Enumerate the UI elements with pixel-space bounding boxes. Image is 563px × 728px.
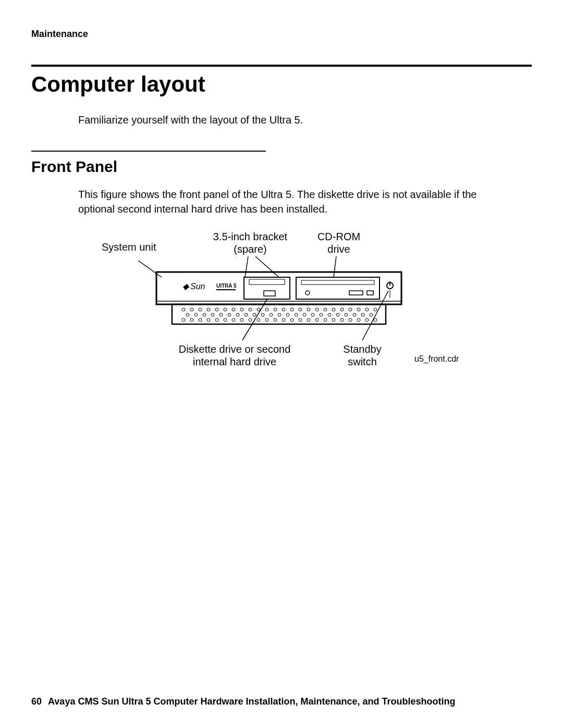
svg-point-38 bbox=[315, 308, 319, 311]
svg-point-44 bbox=[365, 308, 369, 311]
svg-point-26 bbox=[215, 308, 218, 311]
svg-point-15 bbox=[305, 291, 310, 295]
svg-point-41 bbox=[340, 308, 344, 311]
front-panel-figure: System unit 3.5-inch bracket (spare) CD-… bbox=[99, 229, 474, 386]
svg-point-39 bbox=[324, 308, 327, 311]
svg-point-57 bbox=[278, 313, 281, 316]
svg-point-79 bbox=[265, 318, 268, 322]
svg-line-0 bbox=[138, 261, 162, 277]
svg-point-49 bbox=[211, 313, 214, 316]
svg-line-2 bbox=[255, 256, 279, 277]
svg-rect-14 bbox=[301, 280, 374, 285]
svg-point-53 bbox=[244, 313, 248, 316]
page-title: Computer layout bbox=[31, 72, 532, 97]
svg-point-69 bbox=[182, 318, 185, 322]
svg-point-28 bbox=[232, 308, 235, 311]
svg-point-83 bbox=[299, 318, 302, 322]
svg-point-73 bbox=[215, 318, 218, 322]
svg-point-50 bbox=[219, 313, 223, 316]
svg-point-82 bbox=[290, 318, 293, 322]
svg-point-55 bbox=[261, 313, 264, 316]
front-panel-svg: ◆ Sun UITRA 5 bbox=[99, 229, 474, 386]
svg-point-52 bbox=[236, 313, 239, 316]
subsection-title: Front Panel bbox=[31, 158, 532, 176]
svg-point-24 bbox=[199, 308, 202, 311]
body-paragraph: This figure shows the front panel of the… bbox=[78, 187, 485, 216]
svg-point-75 bbox=[232, 318, 235, 322]
svg-point-92 bbox=[374, 318, 377, 322]
svg-point-43 bbox=[357, 308, 360, 311]
svg-line-3 bbox=[334, 256, 336, 277]
svg-point-40 bbox=[332, 308, 335, 311]
svg-text:◆: ◆ bbox=[182, 282, 190, 291]
header-section-label: Maintenance bbox=[31, 29, 532, 40]
svg-point-74 bbox=[224, 318, 227, 322]
svg-point-84 bbox=[307, 318, 310, 322]
svg-point-80 bbox=[274, 318, 277, 322]
svg-point-35 bbox=[290, 308, 293, 311]
svg-point-56 bbox=[270, 313, 273, 316]
svg-point-30 bbox=[249, 308, 252, 311]
svg-point-63 bbox=[328, 313, 331, 316]
svg-point-90 bbox=[357, 318, 360, 322]
svg-point-42 bbox=[349, 308, 352, 311]
svg-rect-21 bbox=[172, 304, 386, 324]
svg-point-58 bbox=[286, 313, 289, 316]
svg-line-1 bbox=[245, 256, 248, 277]
intro-paragraph: Familiarize yourself with the layout of … bbox=[78, 113, 532, 127]
rule-thin bbox=[31, 151, 266, 152]
svg-rect-12 bbox=[264, 291, 275, 296]
svg-point-32 bbox=[265, 308, 268, 311]
svg-point-22 bbox=[182, 308, 185, 311]
svg-point-54 bbox=[253, 313, 256, 316]
rule-heavy bbox=[31, 65, 532, 67]
svg-point-88 bbox=[340, 318, 344, 322]
svg-point-25 bbox=[207, 308, 210, 311]
svg-point-65 bbox=[345, 313, 348, 316]
svg-point-91 bbox=[365, 318, 369, 322]
svg-point-61 bbox=[311, 313, 314, 316]
svg-point-70 bbox=[190, 318, 193, 322]
svg-rect-16 bbox=[349, 291, 363, 295]
svg-point-62 bbox=[320, 313, 323, 316]
svg-point-81 bbox=[282, 318, 285, 322]
svg-point-67 bbox=[361, 313, 364, 316]
svg-rect-11 bbox=[249, 279, 285, 285]
svg-point-89 bbox=[349, 318, 352, 322]
svg-point-68 bbox=[370, 313, 373, 316]
svg-point-33 bbox=[274, 308, 277, 311]
svg-point-48 bbox=[203, 313, 206, 316]
svg-point-23 bbox=[190, 308, 193, 311]
svg-point-47 bbox=[194, 313, 198, 316]
svg-point-27 bbox=[224, 308, 227, 311]
svg-point-66 bbox=[353, 313, 356, 316]
svg-rect-17 bbox=[367, 291, 373, 295]
svg-point-71 bbox=[199, 318, 202, 322]
footer-doc-title: Avaya CMS Sun Ultra 5 Computer Hardware … bbox=[48, 696, 455, 707]
svg-point-31 bbox=[257, 308, 260, 311]
svg-point-78 bbox=[257, 318, 260, 322]
svg-point-45 bbox=[374, 308, 377, 311]
svg-point-64 bbox=[336, 313, 339, 316]
svg-point-51 bbox=[228, 313, 231, 316]
svg-point-77 bbox=[249, 318, 252, 322]
page-number: 60 bbox=[31, 696, 42, 707]
svg-point-87 bbox=[332, 318, 335, 322]
svg-point-60 bbox=[303, 313, 306, 316]
svg-point-37 bbox=[307, 308, 310, 311]
svg-point-59 bbox=[295, 313, 298, 316]
svg-point-86 bbox=[324, 318, 327, 322]
svg-point-76 bbox=[240, 318, 243, 322]
svg-line-5 bbox=[362, 291, 388, 340]
brand-text: Sun bbox=[190, 282, 205, 291]
svg-point-34 bbox=[282, 308, 285, 311]
model-text: UITRA 5 bbox=[216, 283, 237, 289]
svg-point-85 bbox=[315, 318, 319, 322]
svg-point-46 bbox=[186, 313, 189, 316]
svg-point-36 bbox=[299, 308, 302, 311]
page-footer: 60Avaya CMS Sun Ultra 5 Computer Hardwar… bbox=[31, 696, 456, 707]
svg-point-72 bbox=[207, 318, 210, 322]
svg-point-29 bbox=[240, 308, 243, 311]
